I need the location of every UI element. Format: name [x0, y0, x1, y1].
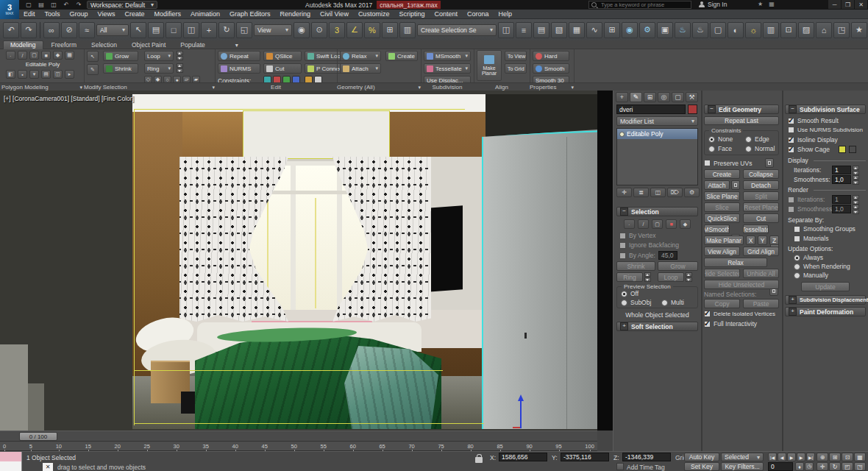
msmooth-ribbon-button[interactable]: MSmooth	[424, 51, 471, 61]
menu-item[interactable]: Scripting	[399, 10, 424, 18]
make-planar-button[interactable]: Make Planar	[704, 236, 744, 245]
pan-icon[interactable]: ✛	[817, 462, 828, 471]
x-coordinate-field[interactable]	[499, 453, 547, 461]
render-smoothness-spinner[interactable]	[853, 205, 859, 214]
edit-geometry-rollout[interactable]: Edit Geometry	[704, 105, 779, 114]
preview-multi-dot[interactable]	[661, 300, 668, 306]
prompt-close-icon[interactable]	[43, 463, 53, 471]
undo-icon[interactable]: ↶	[3, 22, 19, 38]
maximize-viewport-icon[interactable]: ◳	[854, 462, 866, 471]
goto-end-icon[interactable]: ▶|	[806, 453, 815, 461]
new-scene-icon[interactable]: ▢	[24, 1, 34, 9]
materials-checkbox[interactable]: Materials	[794, 235, 828, 242]
z-coordinate-field[interactable]	[622, 453, 671, 461]
constraint-edge-radio[interactable]: Edge	[745, 135, 769, 143]
soft-selection-rollout[interactable]: Soft Selection	[616, 322, 698, 331]
next-frame-icon[interactable]: ▶	[797, 453, 805, 461]
paint-select-icon[interactable]: ✎	[87, 64, 99, 75]
display-iterations-field[interactable]	[832, 166, 851, 174]
menu-item[interactable]: Edit	[24, 10, 35, 18]
set-key-button[interactable]: Set Key	[684, 462, 719, 471]
constraint-face-dot[interactable]	[708, 146, 715, 152]
menu-item[interactable]: Modifiers	[154, 10, 181, 18]
paint-deformation-rollout[interactable]: Paint Deformation	[785, 307, 866, 316]
subdivision-surface-rollout[interactable]: Subdivision Surface	[785, 105, 866, 114]
hard-button[interactable]: Hard	[533, 51, 569, 61]
unhide-all-button[interactable]: Unhide All	[743, 269, 779, 278]
attach-settings-button[interactable]	[731, 180, 740, 190]
display-smoothness-field[interactable]	[832, 175, 851, 184]
edge-subobject-icon[interactable]: /	[638, 219, 649, 229]
attach-ribbon-button[interactable]: Attach	[340, 63, 381, 74]
loop-button-panel[interactable]: Loop	[658, 272, 684, 282]
ring-button-panel[interactable]: Ring	[616, 272, 643, 282]
by-vertex-checkbox[interactable]: By Vertex	[619, 232, 655, 239]
layer-manager-icon[interactable]: ▥	[763, 22, 779, 38]
menu-item[interactable]: Animation	[191, 10, 220, 18]
use-nurms-checkbox[interactable]: Use NURMS Subdivision	[788, 127, 863, 133]
angle-snap-icon[interactable]: ∠	[346, 22, 363, 38]
maxscript-listener-white[interactable]	[0, 461, 22, 471]
planar-x-button[interactable]: X	[746, 236, 755, 245]
smoothing-groups-checkbox[interactable]: Smoothing Groups	[794, 225, 855, 233]
constraint-normal-radio[interactable]: Normal	[745, 145, 775, 152]
smooth-result-checkbox[interactable]: Smooth Result	[788, 117, 839, 124]
unlink-selection-icon[interactable]: ⊘	[61, 22, 77, 38]
time-slider[interactable]: 0 / 100	[0, 431, 597, 442]
to-grid-button[interactable]: To Grid	[505, 63, 527, 74]
element-subobject-icon[interactable]: ◆	[680, 219, 691, 229]
smooth-result-box[interactable]	[788, 118, 794, 124]
display-smoothness-spinner[interactable]	[853, 175, 859, 185]
menu-item[interactable]: Customize	[358, 10, 390, 18]
full-interactivity-checkbox[interactable]: Full Interactivity	[704, 320, 757, 327]
polygon-subobject-icon[interactable]: ■	[666, 219, 677, 229]
command-tab-display[interactable]: ▢	[672, 92, 684, 102]
view-align-button[interactable]: View Align	[704, 247, 740, 256]
ribbon-minimize-icon[interactable]	[235, 41, 238, 49]
extras-icon[interactable]: ★	[851, 22, 867, 38]
ring-button[interactable]: Ring	[144, 63, 174, 74]
msmooth-button[interactable]: MSmooth	[704, 224, 730, 234]
render-setup-icon[interactable]: ⚙	[639, 22, 655, 38]
show-cage-box[interactable]	[788, 146, 794, 153]
snaps-toggle-icon[interactable]: 3	[329, 22, 345, 38]
relax-button[interactable]: Relax	[704, 258, 767, 267]
loop-button[interactable]: Loop	[144, 51, 174, 61]
preserve-uvs-checkbox[interactable]: Preserve UVs	[704, 158, 774, 168]
favorites-icon[interactable]: ★	[758, 1, 763, 7]
render-smoothness-field[interactable]	[832, 205, 851, 213]
border-subobject-icon[interactable]: ▢	[652, 219, 663, 229]
ribbon-tab[interactable]: Selection	[85, 40, 124, 49]
shrink-button[interactable]: Shrink	[103, 63, 138, 74]
preserve-uvs-settings-button[interactable]	[765, 158, 774, 168]
paste-button[interactable]: Paste	[743, 299, 779, 308]
key-mode-icon[interactable]: ♦	[795, 462, 804, 471]
corona-vfb-icon[interactable]: ▢	[710, 22, 726, 38]
selection-lock-icon[interactable]	[475, 457, 483, 463]
constraint-none-radio[interactable]: None	[708, 135, 733, 143]
mirror-icon[interactable]: ◫	[498, 22, 514, 38]
menu-item[interactable]: Help	[498, 10, 512, 18]
previous-frame-icon[interactable]: ◀	[778, 453, 786, 461]
zoom-all-icon[interactable]: ⊞	[829, 453, 841, 461]
pin-selection-icon[interactable]: ▪	[18, 70, 27, 79]
transform-gizmo[interactable]	[511, 394, 529, 429]
grow-button[interactable]: Grow	[103, 51, 138, 61]
ribbon-tab[interactable]: Modeling	[3, 40, 43, 49]
constraint-normal-dot[interactable]	[745, 146, 752, 152]
loop-spinner-panel[interactable]	[686, 272, 692, 282]
qslice-button[interactable]: QSlice	[263, 51, 302, 61]
relax-ribbon-button[interactable]: Relax	[340, 51, 381, 61]
make-unique-icon[interactable]: ◫	[650, 188, 666, 197]
by-vertex-box[interactable]	[619, 233, 626, 239]
create-button[interactable]: Create	[704, 169, 740, 179]
save-file-icon[interactable]: ◫	[49, 1, 59, 9]
configure-modifier-sets-icon[interactable]: ⚙	[684, 188, 700, 197]
menu-item[interactable]: Tools	[45, 10, 60, 18]
render-smoothness-box[interactable]	[788, 206, 794, 213]
collapse-button[interactable]: Collapse	[743, 169, 779, 179]
auto-key-button[interactable]: Auto Key	[684, 453, 719, 461]
current-frame-field[interactable]	[768, 462, 793, 471]
track-bar[interactable]: 0510152025303540455055606570758085909510…	[0, 442, 597, 451]
search-input[interactable]	[599, 1, 687, 8]
